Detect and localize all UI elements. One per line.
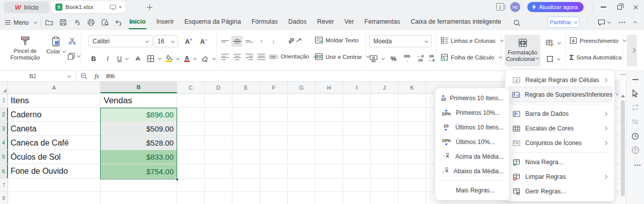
fill-button[interactable]: Preenchimento: [570, 37, 626, 44]
tab-rever[interactable]: Rever: [316, 16, 334, 29]
row-header-1[interactable]: 1: [0, 94, 8, 107]
menu-item-new-rule[interactable]: Nova Regra...: [508, 155, 612, 169]
cells-c6-k6[interactable]: [177, 164, 426, 178]
decrease-decimal-button[interactable]: .00→.0: [426, 52, 437, 64]
cell-a5[interactable]: Óculos de Sol: [8, 150, 101, 164]
grow-font-button[interactable]: A+: [182, 35, 195, 47]
format-painter-button[interactable]: Pincel de Formatação: [6, 35, 44, 60]
close-button[interactable]: [628, 0, 643, 14]
open-file-button[interactable]: [43, 18, 54, 27]
hide-panel-button[interactable]: [629, 74, 641, 86]
increase-indent-button[interactable]: ↓: [268, 36, 279, 47]
orientation-button[interactable]: Orientação: [281, 53, 316, 59]
menu-item-highlight-cells-rules[interactable]: ≠ Realçar Regras de Células: [508, 73, 612, 87]
clear-format-button[interactable]: [200, 52, 216, 64]
cell-a4[interactable]: Caneca de Café: [8, 136, 101, 150]
row-header-8[interactable]: 8: [0, 192, 8, 204]
tab-inserir[interactable]: Inserir: [156, 16, 175, 29]
autosum-button[interactable]: Σ Soma Automática: [570, 53, 629, 61]
tab-dados[interactable]: Dados: [288, 16, 307, 29]
share-button[interactable]: Partilhar: [547, 17, 580, 28]
home-tab[interactable]: W Início: [4, 2, 49, 13]
submenu-item-bottom-10-items[interactable]: 10 Últimos 10 Itens...: [438, 120, 507, 134]
comma-style-button[interactable]: 000,: [400, 52, 414, 64]
settings-sliders-button[interactable]: [629, 115, 641, 127]
avatar[interactable]: VC: [510, 2, 520, 12]
cells-c1-k1[interactable]: [177, 94, 426, 107]
align-right-button[interactable]: [244, 51, 255, 62]
copy-button[interactable]: [67, 52, 80, 60]
bold-button[interactable]: B: [88, 52, 100, 64]
ribbon-search-button[interactable]: [513, 19, 521, 27]
main-menu-button[interactable]: Menu: [5, 18, 37, 27]
document-tab[interactable]: S Book1.xlsx: [51, 1, 125, 13]
orientation-icon-button[interactable]: ab: [285, 36, 305, 44]
align-center-button[interactable]: [231, 51, 243, 62]
shrink-font-button[interactable]: A−: [197, 35, 210, 47]
menu-item-clear-rules[interactable]: Limpar Regras: [508, 169, 612, 184]
underline-button[interactable]: U: [115, 52, 131, 64]
submenu-item-below-average[interactable]: ↓X Abaixo da Média...: [438, 164, 507, 178]
cell-a3[interactable]: Caneta: [8, 122, 101, 135]
ribbon-expand-button[interactable]: [627, 35, 637, 66]
cell-b2[interactable]: $896.00: [101, 108, 177, 121]
minimize-button[interactable]: [596, 0, 611, 14]
new-tab-button[interactable]: [145, 3, 154, 12]
row-header-3[interactable]: 3: [0, 122, 8, 135]
align-middle-button[interactable]: [231, 36, 243, 47]
number-format-select[interactable]: Moeda: [369, 35, 432, 47]
cells-c8-k8[interactable]: [177, 192, 426, 204]
restore-button[interactable]: [612, 0, 627, 14]
row-header-2[interactable]: 2: [0, 108, 8, 121]
tab-ver[interactable]: Ver: [344, 16, 355, 29]
cells-c5-k5[interactable]: [177, 150, 426, 164]
submenu-item-bottom-10-percent[interactable]: 10% Últimos 10%...: [438, 134, 507, 149]
font-size-select[interactable]: 16: [153, 35, 178, 47]
increase-decimal-button[interactable]: ←.0.00: [415, 52, 426, 64]
cell-a8[interactable]: [8, 192, 101, 204]
column-header-k[interactable]: K: [398, 82, 426, 93]
select-all-corner[interactable]: [0, 82, 8, 93]
toolbar-more-button[interactable]: [615, 18, 625, 27]
justify-button[interactable]: [256, 51, 267, 62]
column-header-c[interactable]: C: [177, 82, 205, 93]
submenu-item-top-10-percent[interactable]: 10% Primeiros 10%...: [438, 105, 507, 120]
sidebar-more-button[interactable]: [629, 159, 641, 171]
fill-color-button[interactable]: [164, 52, 180, 64]
currency-button[interactable]: [368, 52, 385, 64]
distribute-button[interactable]: [268, 51, 279, 62]
tab-esquema-da-pagina[interactable]: Esquema da Página: [184, 16, 242, 29]
submenu-item-above-average[interactable]: ↑X Acima da Média...: [438, 149, 507, 164]
align-bottom-button[interactable]: [244, 36, 255, 47]
formula-bar-value[interactable]: 896: [106, 73, 115, 79]
cell-b4[interactable]: $528.00: [101, 136, 177, 150]
percent-style-button[interactable]: %: [387, 52, 399, 64]
font-family-select[interactable]: Calibri: [89, 35, 152, 47]
borders-button[interactable]: [146, 52, 162, 64]
cell-b3[interactable]: $509.00: [101, 122, 177, 135]
tab-ferramentas[interactable]: Ferramentas: [364, 16, 400, 29]
align-top-button[interactable]: [219, 36, 230, 47]
submenu-item-top-10-items[interactable]: 10 Primeiros 10 Itens...: [438, 91, 507, 105]
help-button[interactable]: ?: [629, 144, 641, 156]
row-header-4[interactable]: 4: [0, 136, 8, 150]
print-preview-button[interactable]: [100, 18, 111, 27]
font-color-button[interactable]: A: [182, 52, 198, 64]
worksheet-button[interactable]: Folha de Cálculo: [441, 53, 502, 61]
cells-c2-k2[interactable]: [177, 108, 426, 121]
scrollbar-thumb[interactable]: [621, 100, 625, 196]
cell-b1[interactable]: Vendas: [101, 94, 177, 107]
window-count-badge[interactable]: 1: [496, 3, 504, 11]
tab-inicio[interactable]: Início: [129, 16, 146, 29]
collapse-ribbon-button[interactable]: [629, 18, 639, 27]
column-header-g[interactable]: G: [288, 82, 315, 93]
print-button[interactable]: [86, 18, 97, 27]
scroll-up-arrow[interactable]: [621, 95, 625, 97]
column-header-i[interactable]: I: [343, 82, 371, 93]
column-header-f[interactable]: F: [260, 82, 288, 93]
rows-columns-button[interactable]: Linhas e Colunas: [441, 37, 503, 44]
tab-caixa-ferramentas-inteligente[interactable]: Caixa de ferramentas inteligente: [410, 16, 502, 29]
tab-formulas[interactable]: Fórmulas: [251, 16, 278, 29]
undo-button[interactable]: [113, 18, 124, 27]
frame-style-button[interactable]: [544, 53, 561, 65]
